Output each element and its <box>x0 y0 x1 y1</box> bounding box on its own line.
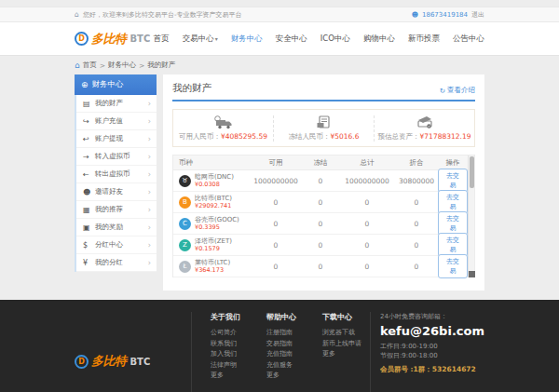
footer-link-recharge-service[interactable]: 充值服务 <box>266 360 296 372</box>
main-nav: 首页 交易中心 ▾ 财务中心 安全中心 ICO中心 购物中心 新币投票 公告中心 <box>154 34 484 45</box>
sidebar-item-withdraw[interactable]: ↩ 账户提现 › <box>76 130 157 148</box>
sidebar-item-invite-friends[interactable]: ☻ 邀请好友 › <box>76 183 157 201</box>
sidebar-item-my-referrals[interactable]: ▦ 我的推荐 › <box>76 201 157 219</box>
sidebar-item-label: 我的奖励 <box>95 223 123 232</box>
logout-link[interactable]: 退出 <box>471 10 484 20</box>
sidebar-title: ⊕ 财务中心 <box>75 74 157 95</box>
footer-link-trade-guide[interactable]: 交易指南 <box>266 339 296 350</box>
cell-frozen: 0 <box>302 220 339 228</box>
stat-value: ¥71788312.19 <box>420 132 471 141</box>
home-icon: ⌂ <box>75 10 79 19</box>
cell-available: 0 <box>250 220 302 228</box>
table-row-btc: B 比特币(BTC) ¥29092.741 0 0 0 0 去交易 <box>173 192 474 213</box>
view-intro-link[interactable]: ↻ 查看介绍 <box>440 86 475 95</box>
site-logo[interactable]: D 多比特 BTC <box>75 31 150 47</box>
cell-total: 1000000000 <box>339 177 395 185</box>
col-coin: 币种 <box>173 158 250 168</box>
nav-item-finance-center[interactable]: 财务中心 <box>231 34 263 45</box>
col-total: 总计 <box>339 158 395 168</box>
nav-item-ico-center[interactable]: ICO中心 <box>320 34 350 45</box>
col-action: 操作 <box>438 158 468 168</box>
table-scrollbar[interactable] <box>468 155 474 277</box>
contact-group-number: 会员群号 :1群：532614672 <box>380 365 484 374</box>
nav-item-new-coin-vote[interactable]: 新币投票 <box>408 34 440 45</box>
dollar-icon: $ <box>83 241 95 250</box>
footer-link-legal[interactable]: 法律声明 <box>211 360 240 372</box>
coin-price: ¥364.173 <box>195 266 230 274</box>
nav-item-trade-center[interactable]: 交易中心 ▾ <box>183 34 218 45</box>
cell-frozen: 0 <box>302 241 339 250</box>
topbar: ⌂ 您好，欢迎来到多比特交易平台-专业数字资产交易平台 ☻ 1867341918… <box>0 7 559 22</box>
footer: D 多比特 BTC 关于我们 公司简介 联系我们 加入我们 法律声明 更多 帮助… <box>0 300 559 392</box>
footer-col-title: 帮助中心 <box>266 312 296 322</box>
footer-link-contact-us[interactable]: 联系我们 <box>211 339 240 350</box>
contact-email[interactable]: kefu@26bi.com <box>380 324 484 338</box>
sidebar-item-my-assets[interactable]: ▤ 我的财产 › <box>76 95 157 113</box>
footer-link-join-us[interactable]: 加入我们 <box>211 349 240 360</box>
footer-link-recharge-guide[interactable]: 充值指南 <box>266 349 296 360</box>
yen-icon: ¥ <box>83 259 95 267</box>
nav-item-security-center[interactable]: 安全中心 <box>276 34 307 45</box>
sidebar-item-transfer-in-coin[interactable]: → 转入虚拟币 › <box>76 148 157 166</box>
sidebar-item-dividend-center[interactable]: $ 分红中心 › <box>76 237 157 254</box>
stat-frozen-cny: 冻结人民币：¥5016.6 <box>273 115 374 142</box>
nav-item-shop-center[interactable]: 购物中心 <box>363 34 395 45</box>
header: D 多比特 BTC 首页 交易中心 ▾ 财务中心 安全中心 ICO中心 购物中心… <box>0 22 559 56</box>
sidebar-item-label: 分红中心 <box>95 240 123 250</box>
contact-hours-weekday: 工作日:9:00-19:00 <box>380 343 484 352</box>
stat-label: 冻结人民币： <box>288 132 330 141</box>
cell-converted: 0 <box>395 241 438 250</box>
main-panel: 我的财产 ↻ 查看介绍 可用人民币：¥4085295.59 <box>163 74 484 291</box>
footer-col-title: 关于我们 <box>211 312 240 322</box>
chevron-right-icon: › <box>148 100 151 108</box>
sidebar-item-transfer-out-coin[interactable]: ← 转出虚拟币 › <box>76 166 157 183</box>
home-icon: ⌂ <box>75 61 80 70</box>
sidebar-item-label: 转入虚拟币 <box>95 152 130 161</box>
coin-name: 谷壳币(GOOC) <box>195 216 239 223</box>
stat-total-assets: 预估总资产：¥71788312.19 <box>374 115 474 142</box>
cell-total: 0 <box>339 241 395 250</box>
footer-link-more[interactable]: 更多 <box>322 349 361 360</box>
table-row-gooc: C 谷壳币(GOOC) ¥0.3395 0 0 0 0 去交易 <box>173 213 474 235</box>
cell-frozen: 0 <box>302 198 339 207</box>
footer-link-register-guide[interactable]: 注册指南 <box>266 328 296 339</box>
footer-link-new-coin-apply[interactable]: 新币上线申请 <box>322 339 361 350</box>
cell-converted: 0 <box>395 220 438 228</box>
stat-value: ¥4085295.59 <box>221 132 267 141</box>
coin-price: ¥29092.741 <box>195 202 232 210</box>
cell-available: 0 <box>250 263 302 271</box>
sidebar: ⊕ 财务中心 ▤ 我的财产 › ↪ 账户充值 › ↩ 账户提现 › → 转入虚拟… <box>75 74 157 272</box>
scrollbar-thumb[interactable] <box>470 156 474 188</box>
account-phone-link[interactable]: 18673419184 <box>422 11 468 19</box>
footer-link-more[interactable]: 更多 <box>266 371 296 382</box>
chevron-right-icon: › <box>148 135 151 143</box>
table-row-dnc: ♉ 暗网币(DNC) ¥0.0308 1000000000 0 10000000… <box>173 170 474 192</box>
nav-item-announcement-center[interactable]: 公告中心 <box>453 34 484 45</box>
chevron-right-icon: › <box>148 259 151 267</box>
cell-available: 1000000000 <box>250 177 302 185</box>
sidebar-item-recharge[interactable]: ↪ 账户充值 › <box>76 113 157 130</box>
nav-item-home[interactable]: 首页 <box>154 34 170 45</box>
sidebar-item-label: 账户提现 <box>95 134 123 143</box>
gift-icon: ▣ <box>83 223 95 232</box>
coin-icon: C <box>179 218 191 230</box>
arrow-left-icon: ← <box>83 170 95 179</box>
chevron-right-icon: › <box>148 153 151 161</box>
cell-total: 0 <box>339 198 395 207</box>
sidebar-item-my-dividends[interactable]: ¥ 我的分红 › <box>76 254 157 272</box>
page-title: 我的财产 <box>172 82 211 95</box>
table-row-ltc: Ł 莱特币(LTC) ¥364.173 0 0 0 0 去交易 <box>173 256 474 277</box>
breadcrumb-finance[interactable]: 财务中心 <box>108 61 136 70</box>
footer-link-more[interactable]: 更多 <box>211 371 240 382</box>
chevron-right-icon: › <box>148 188 151 196</box>
coin-icon: Z <box>179 239 191 251</box>
footer-link-company-intro[interactable]: 公司简介 <box>211 328 240 339</box>
logo-icon: D <box>75 32 89 46</box>
breadcrumb-home[interactable]: 首页 <box>83 61 97 70</box>
logo-suffix: BTC <box>130 34 151 44</box>
welcome-text: 您好，欢迎来到多比特交易平台-专业数字资产交易平台 <box>83 10 242 20</box>
breadcrumb-separator: > <box>100 61 105 70</box>
go-trade-button[interactable]: 去交易 <box>438 254 468 278</box>
footer-link-browser-download[interactable]: 浏览器下载 <box>322 328 361 339</box>
sidebar-item-my-rewards[interactable]: ▣ 我的奖励 › <box>76 219 157 237</box>
